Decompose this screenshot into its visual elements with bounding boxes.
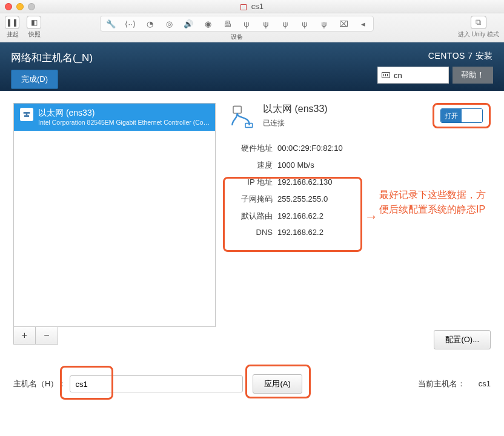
toggle-on-label: 打开	[441, 109, 462, 122]
ip-key: IP 地址	[230, 177, 273, 188]
detail-title: 以太网 (ens33)	[263, 103, 328, 116]
unity-label: 进入 Unity 模式	[458, 30, 499, 39]
current-hostname-value: cs1	[479, 379, 491, 388]
current-hostname: 当前主机名： cs1	[418, 378, 491, 389]
keyboard-layout-value: cn	[394, 71, 402, 80]
sound-icon[interactable]: 🔊	[182, 18, 195, 30]
usb-icon[interactable]: ψ	[317, 18, 331, 30]
detail-status: 已连接	[263, 118, 328, 128]
unity-icon: ⧉	[471, 16, 486, 29]
device-subtitle: Intel Corporation 82545EM Gigabit Ethern…	[38, 119, 210, 127]
configure-button[interactable]: 配置(O)...	[434, 330, 491, 349]
current-hostname-label: 当前主机名：	[418, 379, 465, 388]
device-name: 以太网 (ens33)	[38, 108, 210, 119]
kv-dns: DNS 192.168.62.2	[230, 228, 491, 245]
hostname-input[interactable]	[70, 375, 243, 392]
device-list-panel: 以太网 (ens33) Intel Corporation 82545EM Gi…	[13, 103, 216, 345]
dns-key: DNS	[230, 228, 273, 237]
kv-mask: 子网掩码 255.255.255.0	[230, 194, 491, 211]
ethernet-icon	[20, 108, 33, 121]
cd-icon[interactable]: ◎	[162, 18, 176, 30]
remove-device-button[interactable]: −	[36, 327, 58, 344]
vmware-devices-cluster: 🔧 ⟨··⟩ ◔ ◎ 🔊 ◉ 🖶 ψ ψ ψ ψ ψ ⌧ ◂ 设备	[79, 16, 395, 41]
display-icon[interactable]: ⌧	[337, 18, 350, 30]
snapshot-icon: ◧	[27, 16, 41, 29]
keyboard-layout-selector[interactable]: cn	[377, 67, 449, 84]
usb-icon[interactable]: ψ	[259, 18, 273, 30]
devices-label: 设备	[231, 33, 243, 41]
close-window-icon[interactable]	[5, 3, 12, 10]
kv-ip: IP 地址 192.168.62.130	[230, 177, 491, 194]
pause-button[interactable]: ❚❚ 挂起	[5, 16, 21, 39]
camera-icon[interactable]: ◉	[201, 18, 214, 30]
kv-hw-addr: 硬件地址 00:0C:29:F0:82:10	[230, 143, 491, 160]
install-title: CENTOS 7 安装	[428, 51, 493, 62]
harddisk-icon[interactable]: ◔	[143, 18, 156, 30]
snapshot-button[interactable]: ◧ 快照	[27, 16, 42, 39]
annotation-box-toggle: 打开	[433, 103, 491, 128]
speed-key: 速度	[230, 160, 273, 171]
kv-speed: 速度 1000 Mb/s	[230, 160, 491, 177]
gateway-key: 默认路由	[230, 211, 273, 222]
hostname-label: 主机名（H）：	[13, 378, 66, 389]
window-title: cs1	[0, 2, 504, 11]
pause-icon: ❚❚	[5, 16, 19, 29]
vmtools-icon[interactable]: 🔧	[104, 18, 118, 30]
hostname-row: 主机名（H）： 应用(A) 当前主机名： cs1	[13, 374, 491, 394]
connection-toggle[interactable]: 打开	[440, 108, 483, 123]
done-button[interactable]: 完成(D)	[11, 70, 58, 89]
detail-properties: 硬件地址 00:0C:29:F0:82:10 速度 1000 Mb/s IP 地…	[230, 143, 491, 245]
unity-button[interactable]: ⧉ 进入 Unity 模式	[458, 16, 499, 39]
ip-value: 192.168.62.130	[277, 177, 332, 187]
mask-key: 子网掩码	[230, 194, 273, 205]
svg-rect-0	[233, 106, 241, 113]
zoom-window-icon[interactable]	[28, 3, 35, 10]
mask-value: 255.255.255.0	[277, 194, 328, 203]
anaconda-header: 网络和主机名(_N) 完成(D) CENTOS 7 安装 cn 帮助！	[0, 42, 504, 91]
device-details: 以太网 (ens33) 已连接 打开 硬件地址 00:0C:29:F0:82:1…	[229, 103, 491, 245]
ethernet-large-icon	[229, 103, 256, 130]
snapshot-label: 快照	[27, 30, 42, 39]
chevron-left-icon[interactable]: ◂	[356, 18, 370, 30]
printer-icon[interactable]: 🖶	[220, 18, 234, 30]
gateway-value: 192.168.62.2	[277, 211, 323, 220]
device-list[interactable]: 以太网 (ens33) Intel Corporation 82545EM Gi…	[13, 103, 216, 327]
page-title: 网络和主机名(_N)	[11, 51, 93, 65]
speed-value: 1000 Mb/s	[277, 160, 314, 170]
network-icon[interactable]: ⟨··⟩	[124, 18, 137, 30]
network-page: 以太网 (ens33) Intel Corporation 82545EM Gi…	[0, 91, 504, 436]
apply-button[interactable]: 应用(A)	[253, 374, 302, 394]
hw-addr-value: 00:0C:29:F0:82:10	[277, 144, 343, 153]
hw-addr-key: 硬件地址	[230, 143, 273, 154]
help-button[interactable]: 帮助！	[453, 67, 493, 84]
mac-titlebar: cs1	[0, 0, 504, 13]
toggle-off-side	[462, 109, 482, 122]
vm-doc-icon	[240, 4, 247, 10]
usb-icon[interactable]: ψ	[298, 18, 311, 30]
window-title-text: cs1	[251, 2, 264, 11]
dns-value: 192.168.62.2	[277, 228, 323, 237]
usb-icon[interactable]: ψ	[240, 18, 253, 30]
minimize-window-icon[interactable]	[16, 3, 24, 10]
device-list-buttons: + −	[13, 327, 58, 345]
pause-label: 挂起	[5, 30, 21, 39]
vmware-toolbar: ❚❚ 挂起 ◧ 快照 🔧 ⟨··⟩ ◔ ◎ 🔊 ◉ 🖶 ψ ψ ψ ψ ψ ⌧ …	[0, 13, 504, 42]
kv-gateway: 默认路由 192.168.62.2	[230, 211, 491, 228]
device-list-item[interactable]: 以太网 (ens33) Intel Corporation 82545EM Gi…	[14, 104, 215, 131]
add-device-button[interactable]: +	[14, 327, 36, 344]
usb-icon[interactable]: ψ	[279, 18, 292, 30]
keyboard-icon	[382, 72, 390, 78]
